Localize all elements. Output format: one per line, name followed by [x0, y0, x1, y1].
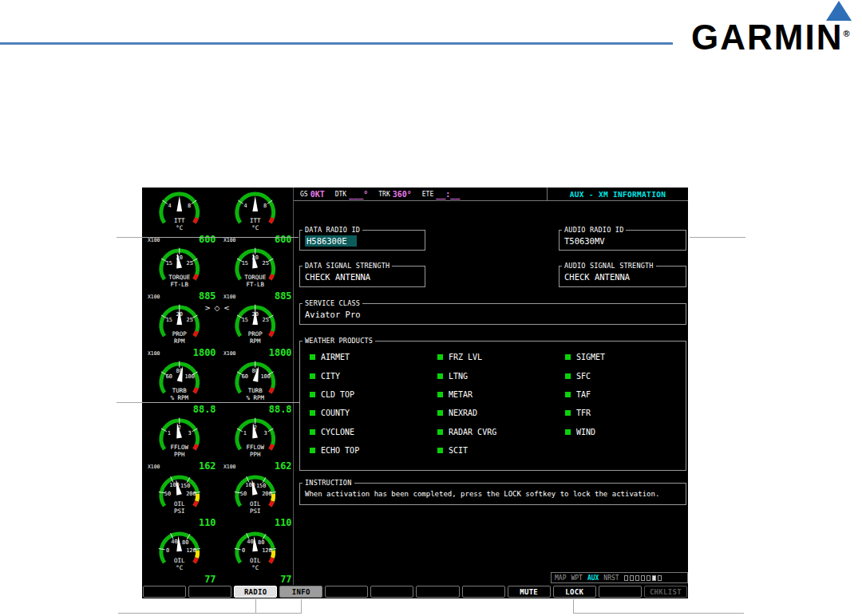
softkey-radio[interactable]: RADIO: [234, 586, 277, 598]
weather-product-item: LTNG: [437, 366, 496, 385]
svg-text:25: 25: [186, 260, 192, 267]
audio-radio-id-label: AUDIO RADIO ID: [562, 226, 626, 234]
nav-field-label: ETE: [422, 191, 433, 198]
svg-text:100: 100: [260, 373, 271, 380]
page-indicator-box: [646, 575, 650, 581]
registered-mark: ®: [843, 29, 849, 38]
eis-row: 152025 TORQUE FT-LB X100 885 152025 TORQ…: [142, 244, 293, 301]
svg-text:ITT: ITT: [174, 217, 185, 224]
svg-text:FT-LB: FT-LB: [246, 281, 264, 288]
nav-field-value: ___°: [349, 190, 368, 199]
svg-text:FFLOW: FFLOW: [246, 444, 264, 451]
svg-text:RPM: RPM: [174, 338, 185, 345]
callout-tick-info-softkey: [301, 599, 302, 614]
eis-gauge: 152025 TORQUE FT-LB X100 885: [142, 244, 218, 301]
data-signal-strength-field: DATA SIGNAL STRENGTH CHECK ANTENNA: [299, 266, 425, 287]
svg-text:600: 600: [274, 234, 291, 244]
softkey-bar: RADIOINFOMUTELOCKCHKLIST: [142, 585, 688, 598]
svg-text:PROP: PROP: [172, 330, 187, 338]
svg-text:FT-LB: FT-LB: [171, 281, 189, 288]
page-group-nrst: NRST: [603, 575, 619, 582]
weather-product-item: ECHO TOP: [310, 441, 359, 460]
weather-product-item: TAF: [565, 385, 605, 404]
weather-product-indicator: [437, 373, 443, 379]
callout-line-data-radio-id: [117, 237, 299, 238]
weather-product-name: SFC: [576, 372, 591, 381]
page-group-wpt: WPT: [571, 575, 582, 582]
svg-text:1800: 1800: [268, 347, 291, 357]
svg-text:8: 8: [188, 203, 191, 209]
svg-text:162: 162: [274, 460, 291, 471]
svg-text:80: 80: [258, 539, 264, 546]
eis-gauge: 152025 TORQUE FT-LB X100 885: [218, 244, 294, 301]
service-class-label: SERVICE CLASS: [302, 299, 362, 307]
data-radio-id-field[interactable]: DATA RADIO ID H586300E: [299, 230, 425, 251]
softkey-chklist[interactable]: CHKLIST: [644, 586, 687, 598]
svg-text:600: 600: [199, 234, 216, 244]
main-display: GS0KTDTK___°TRK360°ETE__:__ AUX - XM INF…: [294, 188, 688, 585]
softkey-blank: [416, 586, 459, 598]
svg-text:15: 15: [241, 260, 247, 267]
weather-product-item: SCIT: [437, 441, 496, 460]
softkey-mute[interactable]: MUTE: [508, 586, 551, 598]
eis-gauge: 50100150200 OIL PSI 110: [218, 471, 294, 527]
callout-tick-radio-softkey: [255, 599, 256, 614]
weather-product-indicator: [310, 373, 315, 379]
svg-text:80: 80: [182, 539, 188, 546]
weather-product-name: METAR: [449, 390, 473, 399]
page-indicator-box: [658, 575, 662, 581]
instruction-label: INSTRUCTION: [302, 479, 354, 487]
weather-product-indicator: [310, 354, 315, 360]
page-indicator-box: [641, 575, 645, 581]
softkey-info[interactable]: INFO: [279, 586, 322, 598]
eis-strip: 48 ITT °C X100 600 48 ITT °C X100 600 15…: [142, 188, 294, 585]
svg-text:3: 3: [188, 430, 192, 436]
svg-text:°C: °C: [176, 224, 183, 231]
weather-product-item: RADAR CVRG: [437, 423, 496, 441]
svg-text:15: 15: [166, 317, 172, 323]
weather-product-name: SIGMET: [576, 353, 605, 361]
weather-product-indicator: [565, 410, 571, 416]
weather-product-item: AIRMET: [310, 348, 359, 366]
eis-gauge: 48 ITT °C X100 600: [142, 188, 218, 244]
weather-products-column-1: AIRMETCITYCLD TOPCOUNTYCYCLONEECHO TOP: [310, 348, 359, 460]
weather-product-item: CITY: [310, 366, 359, 385]
eis-gauge: 123 FFLOW PPH X100 162: [142, 414, 218, 471]
weather-product-name: COUNTY: [321, 409, 350, 417]
eis-row: 48 ITT °C X100 600 48 ITT °C X100 600: [142, 188, 293, 244]
weather-product-indicator: [437, 354, 443, 360]
svg-text:ITT: ITT: [250, 217, 261, 224]
weather-product-name: FRZ LVL: [449, 353, 482, 361]
eis-row: 152025 PROP RPM X100 1800 152025 PROP RP…: [142, 301, 293, 357]
navbar-fields: GS0KTDTK___°TRK360°ETE__:__: [294, 190, 547, 199]
weather-product-item: SFC: [565, 366, 605, 385]
softkey-blank: [188, 586, 231, 598]
svg-text:150: 150: [180, 483, 191, 489]
nav-field-label: GS: [300, 191, 308, 198]
eis-row: 04080120 OIL °C 77 04080120 OIL °C 77: [142, 527, 293, 584]
weather-product-indicator: [437, 410, 443, 416]
pagebar-groups: MAPWPTAUXNRST: [555, 575, 619, 582]
eis-gauge: 04080120 OIL °C 77: [142, 527, 218, 584]
weather-product-name: SCIT: [449, 446, 468, 455]
svg-text:200: 200: [262, 491, 272, 497]
weather-product-indicator: [310, 448, 315, 453]
eis-gauge: 123 FFLOW PPH X100 162: [218, 414, 294, 471]
softkey-lock[interactable]: LOCK: [553, 586, 596, 598]
prop-sync-indicator: > ◇ <: [142, 304, 293, 312]
eis-gauge: 48 ITT °C X100 600: [218, 188, 294, 244]
svg-text:1: 1: [243, 430, 246, 436]
header-rule: [0, 42, 673, 45]
weather-products-group: WEATHER PRODUCTS AIRMETCITYCLD TOPCOUNTY…: [299, 341, 686, 471]
svg-text:PROP: PROP: [247, 330, 262, 338]
svg-text:X100: X100: [148, 350, 160, 357]
svg-text:110: 110: [274, 517, 291, 527]
data-radio-id-value-wrap: H586300E: [305, 236, 357, 246]
eis-gauge: 6080100 TURB % RPM 88.8: [218, 357, 294, 414]
weather-product-indicator: [437, 429, 443, 435]
svg-text:OIL: OIL: [250, 500, 261, 507]
weather-product-name: AIRMET: [321, 353, 350, 361]
svg-text:RPM: RPM: [250, 338, 261, 345]
nav-field-value: 360°: [393, 190, 412, 199]
svg-text:110: 110: [199, 517, 216, 527]
